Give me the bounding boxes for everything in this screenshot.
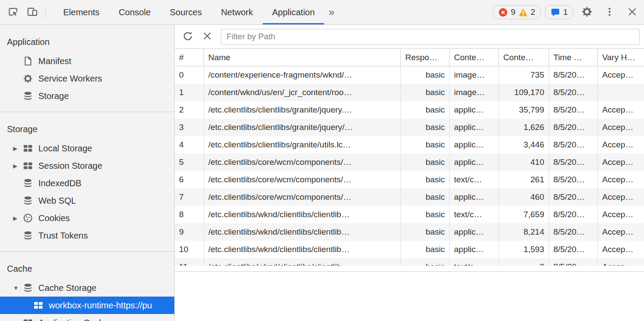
table-row[interactable]: 5/etc.clientlibs/core/wcm/components/…ba… [175, 154, 644, 171]
more-options-button[interactable] [600, 3, 619, 22]
sidebar-item-label: Manifest [38, 56, 71, 66]
table-cell: 8/5/20… [549, 171, 598, 188]
sidebar-item-cache-storage[interactable]: ▼Cache Storage [0, 279, 174, 297]
table-cell: Accep… [598, 223, 644, 241]
table-cell: basic [401, 206, 450, 223]
tab-network[interactable]: Network [211, 0, 262, 24]
device-toolbar-button[interactable] [23, 3, 42, 22]
toolbar-separator [45, 6, 46, 18]
table-cell: Accep… [598, 119, 644, 136]
tab-console[interactable]: Console [109, 0, 160, 24]
table-cell: /etc.clientlibs/wknd/clientlibs/clientli… [204, 258, 401, 266]
sidebar-item-cookies[interactable]: ▶Cookies [0, 209, 174, 227]
sidebar-item-label: workbox-runtime-https://pu [49, 301, 152, 311]
sidebar-item-local-storage[interactable]: ▶Local Storage [0, 140, 174, 157]
table-row[interactable]: 10/etc.clientlibs/wknd/clientlibs/client… [175, 241, 644, 258]
column-header-3[interactable]: Conte… [450, 49, 499, 66]
column-header-1[interactable]: Name [204, 49, 401, 66]
sidebar-item-service-workers[interactable]: Service Workers [0, 70, 174, 87]
table-cell: 1 [175, 84, 204, 101]
sidebar-item-storage[interactable]: Storage [0, 87, 174, 105]
table-cell: Accep… [598, 171, 644, 188]
table-cell: 1,626 [499, 119, 549, 136]
close-devtools-button[interactable] [623, 3, 641, 22]
chevron-right-icon[interactable]: ▶ [13, 145, 23, 152]
table-row[interactable]: 8/etc.clientlibs/wknd/clientlibs/clientl… [175, 206, 644, 223]
table-cell: 0 [175, 66, 204, 84]
table-body: 0/content/experience-fragments/wknd/…bas… [175, 66, 644, 266]
table-cell: 3,446 [499, 136, 549, 154]
table-row[interactable]: 3/etc.clientlibs/clientlibs/granite/jque… [175, 119, 644, 136]
table-cell: Accep… [598, 206, 644, 223]
devtools-body: ApplicationManifestService WorkersStorag… [0, 25, 644, 321]
chevron-right-icon[interactable]: ▶ [13, 163, 23, 169]
table-row[interactable]: 11/etc.clientlibs/wknd/clientlibs/client… [175, 258, 644, 266]
table-row[interactable]: 2/etc.clientlibs/clientlibs/granite/jque… [175, 101, 644, 119]
refresh-button[interactable] [178, 27, 197, 46]
table-cell: 35,799 [499, 101, 549, 119]
sidebar-item-label: Session Storage [38, 161, 102, 171]
table-cell: image… [450, 66, 499, 84]
sidebar-item-label: IndexedDB [38, 178, 81, 188]
more-tabs-button[interactable]: » [324, 0, 339, 24]
table-cell: Accep… [598, 258, 644, 266]
sidebar-item-indexeddb[interactable]: IndexedDB [0, 174, 174, 192]
sidebar-item-session-storage[interactable]: ▶Session Storage [0, 157, 174, 174]
gear-icon [23, 73, 33, 84]
database-icon [23, 178, 33, 188]
column-header-2[interactable]: Respo… [401, 49, 450, 66]
table-cell: basic [401, 119, 450, 136]
table-row[interactable]: 9/etc.clientlibs/wknd/clientlibs/clientl… [175, 223, 644, 241]
table-cell: applic… [450, 223, 499, 241]
device-toolbar-icon [27, 6, 38, 19]
table-cell: 8/5/20… [549, 84, 598, 101]
section-title: Cache [0, 252, 174, 279]
table-row[interactable]: 4/etc.clientlibs/clientlibs/granite/util… [175, 136, 644, 154]
chevron-right-icon[interactable]: ▶ [13, 215, 23, 222]
table-bottom-gutter [175, 266, 644, 271]
table-row[interactable]: 7/etc.clientlibs/core/wcm/components/…ba… [175, 188, 644, 206]
table-cell: 3 [499, 258, 549, 266]
section-title: Storage [0, 112, 174, 140]
table-cell: 2 [175, 101, 204, 119]
sidebar-item-manifest[interactable]: Manifest [0, 52, 174, 70]
sidebar-item-trust-tokens[interactable]: Trust Tokens [0, 227, 174, 244]
delete-selected-button[interactable] [197, 27, 217, 46]
settings-button[interactable] [578, 3, 596, 22]
table-cell: Accep… [598, 101, 644, 119]
table-cell: 8/5/20… [549, 258, 598, 266]
warning-count: 2 [531, 7, 536, 17]
sidebar-item-application-cache[interactable]: Application Cache [0, 314, 174, 321]
table-cell: 8/5/20… [549, 66, 598, 84]
sidebar-item-label: Cookies [38, 213, 70, 223]
console-issues-badge[interactable]: 9 2 [493, 5, 541, 19]
table-cell: 261 [499, 171, 549, 188]
table-cell: 8/5/20… [549, 206, 598, 223]
table-cell: 6 [175, 171, 204, 188]
column-header-5[interactable]: Time … [549, 49, 598, 66]
table-cell: 4 [175, 136, 204, 154]
console-messages-badge[interactable]: 1 [545, 5, 573, 19]
table-row[interactable]: 1/content/wknd/us/en/_jcr_content/roo…ba… [175, 84, 644, 101]
chevron-double-right-icon: » [329, 6, 334, 18]
grid-icon [23, 143, 33, 154]
tab-application[interactable]: Application [263, 0, 325, 24]
database-icon [23, 195, 33, 206]
table-row[interactable]: 6/etc.clientlibs/core/wcm/components/…ba… [175, 171, 644, 188]
chevron-down-icon[interactable]: ▼ [13, 285, 23, 291]
table-cell: /etc.clientlibs/wknd/clientlibs/clientli… [204, 206, 401, 223]
table-cell: /etc.clientlibs/clientlibs/granite/utils… [204, 136, 401, 154]
inspect-element-button[interactable] [3, 3, 23, 22]
filter-input[interactable] [221, 29, 640, 45]
column-header-6[interactable]: Vary H… [598, 49, 644, 66]
sidebar-item-label: Storage [38, 91, 69, 101]
sidebar-item-workbox-runtime-https-pu[interactable]: workbox-runtime-https://pu [0, 297, 174, 314]
tab-sources[interactable]: Sources [160, 0, 211, 24]
table-row[interactable]: 0/content/experience-fragments/wknd/…bas… [175, 66, 644, 84]
grid-icon [23, 160, 33, 171]
column-header-4[interactable]: Conte… [499, 49, 549, 66]
sidebar-item-web-sql[interactable]: Web SQL [0, 192, 174, 209]
tab-elements[interactable]: Elements [54, 0, 109, 24]
inspect-icon [7, 6, 19, 19]
column-header-0[interactable]: # [175, 49, 204, 66]
